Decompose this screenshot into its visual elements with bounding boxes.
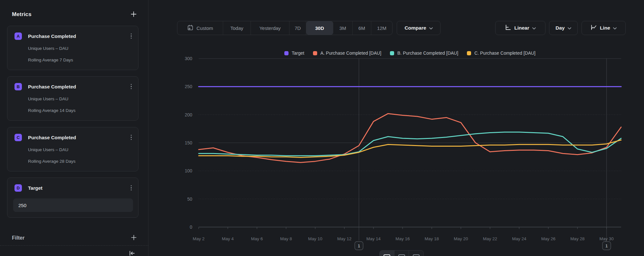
target-value-input[interactable] [13,198,133,212]
svg-text:1: 1 [358,243,360,248]
filter-title: Filter [12,235,24,241]
metric-menu-button[interactable] [129,134,134,141]
add-metric-button[interactable] [130,10,137,19]
svg-text:May 28: May 28 [570,236,584,241]
svg-text:May 16: May 16 [395,236,410,241]
svg-text:May 24: May 24 [512,236,526,241]
svg-text:150: 150 [185,140,193,145]
svg-text:May 22: May 22 [483,236,497,241]
metric-badge: D [14,184,22,192]
svg-text:May 8: May 8 [280,236,292,241]
svg-text:May 2: May 2 [193,236,205,241]
collapse-panel-icon [129,251,135,256]
filter-section-header: Filter [12,233,137,242]
metric-menu-button[interactable] [129,83,134,90]
metric-title: Purchase Completed [28,84,129,89]
metric-rolling-average: Rolling Average 14 Days [28,108,76,113]
metric-measure: Unique Users – DAU [28,46,68,51]
target-menu-button[interactable] [129,184,134,192]
svg-text:1: 1 [605,243,608,248]
view-toggle-group [379,250,424,256]
view-toggle-option-3[interactable] [409,251,423,256]
view-toggle-option-1[interactable] [380,251,394,256]
sidebar-header: Metrics [12,10,137,19]
sidebar-divider [0,245,148,246]
chart-frame-icon [384,254,390,256]
metric-title: Purchase Completed [28,135,129,140]
target-card[interactable]: D Target [7,178,138,218]
plus-icon [131,234,137,242]
chart-panel: Custom Today Yesterday 7D 30D 3M 6M 12M … [148,0,644,256]
metric-rolling-average: Rolling Average 28 Days [28,159,76,164]
svg-text:May 4: May 4 [222,236,234,241]
metric-card-header: C Purchase Completed [14,133,134,141]
svg-text:May 10: May 10 [308,236,322,241]
svg-text:May 20: May 20 [454,236,468,241]
chart-frame-icon [413,254,420,256]
metric-card-a[interactable]: A Purchase Completed Unique Users – DAU … [7,26,138,70]
metric-rolling-average: Rolling Average 7 Days [28,58,73,62]
metric-title: Purchase Completed [28,33,129,39]
svg-text:50: 50 [187,197,192,202]
svg-text:May 18: May 18 [425,236,439,241]
plus-icon [130,11,137,18]
line-chart[interactable]: 050100150200250300May 2May 4May 6May 8Ma… [148,0,644,256]
metric-measure: Unique Users – DAU [28,147,68,152]
metric-badge: C [14,134,22,141]
metric-menu-button[interactable] [129,32,134,40]
svg-text:May 30: May 30 [600,236,614,241]
svg-text:May 6: May 6 [251,236,263,241]
svg-text:200: 200 [185,112,193,117]
metric-card-b[interactable]: B Purchase Completed Unique Users – DAU … [7,76,138,121]
target-title: Target [28,185,129,191]
metric-card-header: B Purchase Completed [14,83,134,90]
metric-badge: B [14,83,22,90]
target-card-header: D Target [14,184,134,192]
chart-frame-icon [398,254,405,256]
svg-text:May 26: May 26 [541,236,555,241]
view-toggle-option-2[interactable] [394,251,409,256]
collapse-sidebar-button[interactable] [128,250,136,256]
svg-text:May 12: May 12 [337,236,351,241]
metric-card-header: A Purchase Completed [14,32,134,40]
metric-card-c[interactable]: C Purchase Completed Unique Users – DAU … [7,127,138,171]
sidebar-title: Metrics [12,11,32,18]
metric-measure: Unique Users – DAU [28,96,68,101]
svg-text:300: 300 [185,56,193,61]
svg-text:100: 100 [185,168,193,173]
metrics-sidebar: Metrics A Purchase Completed Unique User… [0,0,148,256]
svg-text:May 14: May 14 [366,236,381,241]
svg-text:0: 0 [190,224,192,230]
metric-badge: A [14,32,22,40]
add-filter-button[interactable] [130,234,137,242]
svg-text:250: 250 [185,84,193,89]
